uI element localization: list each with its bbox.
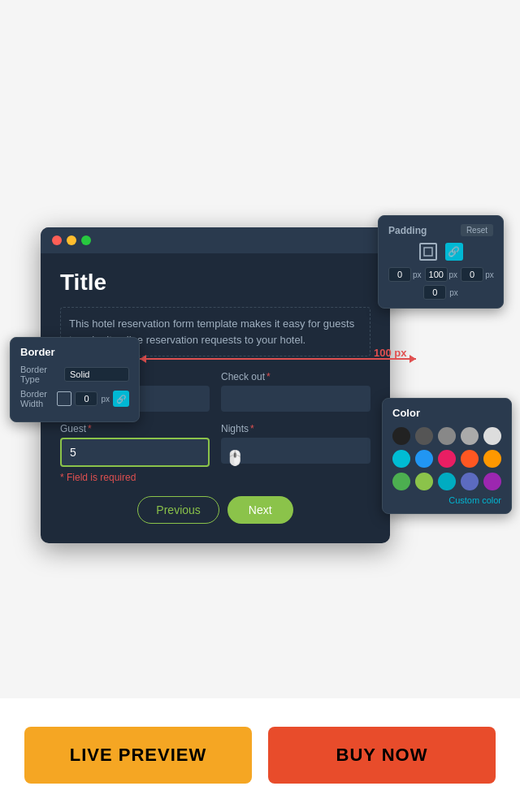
padding-right-unit: px [485,270,494,279]
color-dot-6[interactable] [392,450,410,468]
color-panel-title: Color [392,407,501,419]
color-dot-3[interactable] [438,427,456,445]
padding-top-input[interactable] [425,267,448,282]
color-dot-5[interactable] [483,427,501,445]
color-dot-10[interactable] [483,450,501,468]
padding-icon-row: 🔗 [388,243,493,261]
color-dot-11[interactable] [392,473,410,490]
checkout-label: Check out* [221,371,370,382]
border-box-icon [57,391,72,406]
bottom-bar: LIVE PREVIEW BUY NOW [0,698,520,812]
color-dot-13[interactable] [438,473,456,490]
padding-box-icon [419,243,437,261]
border-panel: Border Border Type Border Width px 🔗 [10,337,140,422]
color-dot-1[interactable] [392,427,410,445]
color-dot-15[interactable] [483,473,501,490]
arrow-label: 100 px [374,347,406,359]
border-width-row: Border Width px 🔗 [20,389,129,408]
padding-left-group: px [388,267,422,282]
padding-top-group: px [425,267,458,282]
dot-yellow[interactable] [67,235,76,245]
dot-green[interactable] [81,235,91,245]
reset-button[interactable]: Reset [461,224,493,236]
color-row-2 [392,450,501,468]
guest-group: Guest* [60,423,210,467]
color-dot-7[interactable] [415,450,433,468]
color-dot-14[interactable] [461,473,479,490]
border-width-group: px 🔗 [57,391,129,407]
guest-input[interactable] [60,438,210,467]
field-required-msg: * Field is required [60,472,370,483]
live-preview-button[interactable]: LIVE PREVIEW [24,727,252,784]
padding-bottom-input[interactable] [423,285,446,300]
checkout-group: Check out* [221,371,370,412]
padding-panel-title: Padding [388,225,427,236]
color-row-1 [392,427,501,445]
svg-rect-0 [424,248,432,256]
nights-group: Nights* [221,423,370,467]
padding-panel: Padding Reset 🔗 px px px [378,215,504,309]
padding-bottom-unit: px [449,288,458,297]
dot-red[interactable] [52,235,62,245]
padding-left-unit: px [413,270,422,279]
color-panel: Color Custom color [382,398,512,514]
padding-inputs: px px px [388,267,493,282]
guest-label: Guest* [60,423,210,434]
main-area: Title This hotel reservation form templa… [0,0,520,698]
border-link-icon[interactable]: 🔗 [113,391,129,407]
nights-label: Nights* [221,423,370,434]
checkout-input[interactable] [221,386,370,412]
padding-panel-header: Padding Reset [388,224,493,236]
border-type-input[interactable] [64,367,129,382]
padding-left-input[interactable] [388,267,411,282]
guest-nights-row: Guest* Nights* [60,423,370,467]
next-button[interactable]: Next [228,496,293,524]
border-width-label: Border Width [20,389,57,408]
border-width-input[interactable] [75,391,98,406]
border-width-unit: px [101,395,110,404]
padding-right-input[interactable] [461,267,483,282]
color-dot-8[interactable] [438,450,456,468]
custom-color-link[interactable]: Custom color [392,495,501,505]
border-panel-title: Border [20,346,129,358]
padding-top-unit: px [449,270,458,279]
link-icon[interactable]: 🔗 [445,243,463,261]
previous-button[interactable]: Previous [137,496,219,524]
color-dot-2[interactable] [415,427,433,445]
border-type-label: Border Type [20,365,64,384]
color-dot-4[interactable] [461,427,479,445]
padding-right-group: px [461,267,494,282]
color-dot-9[interactable] [461,450,479,468]
form-buttons: Previous Next [60,496,370,524]
window-titlebar [41,227,390,253]
border-type-row: Border Type [20,365,129,384]
form-title: Title [60,270,370,296]
color-dot-12[interactable] [415,473,433,490]
color-row-3 [392,473,501,490]
padding-bottom-row: px [388,285,493,300]
nights-input[interactable] [221,438,370,464]
buy-now-button[interactable]: BUY NOW [268,727,496,784]
